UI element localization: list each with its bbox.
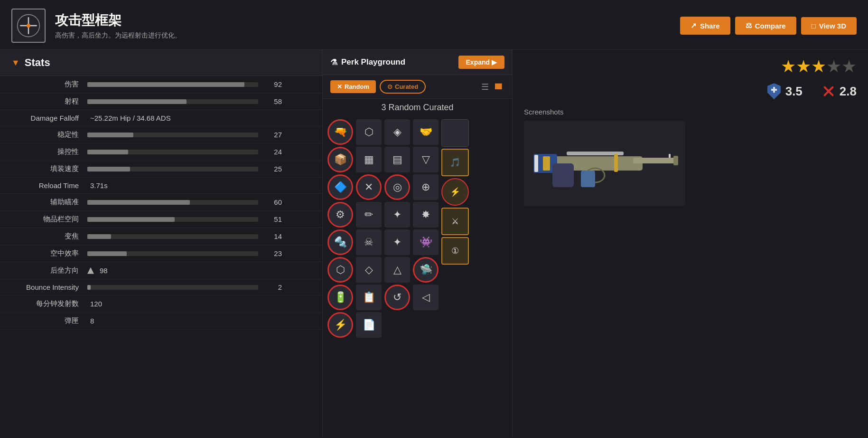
curated-icon: ⊙ bbox=[387, 83, 392, 90]
svg-rect-11 bbox=[614, 154, 618, 172]
perk-cell-1-5[interactable]: 🔩 bbox=[327, 229, 353, 255]
stat-value-damage: 92 bbox=[258, 80, 282, 88]
view3d-icon: □ bbox=[812, 22, 816, 30]
stat-value-range: 58 bbox=[258, 97, 282, 105]
perk-cell-3-3[interactable]: ◎ bbox=[384, 174, 410, 200]
perk-col-2: ⬡ ▦ ✕ ✏ ☠ ◇ 📋 📄 bbox=[356, 119, 382, 338]
weapon-3d-svg bbox=[529, 130, 681, 197]
stat-name-recoil-dir: 后坐方向 bbox=[11, 266, 87, 275]
perk-cell-2-3[interactable]: ✕ bbox=[356, 174, 382, 200]
perk-cell-3-2[interactable]: ▤ bbox=[384, 147, 410, 172]
stat-row-handling: 操控性 24 bbox=[0, 143, 322, 161]
perk-selected-item-1[interactable]: 🎵 bbox=[441, 149, 469, 176]
perk-cell-1-1[interactable]: 🔫 bbox=[327, 119, 353, 145]
perk-cell-4-3[interactable]: ⊕ bbox=[413, 174, 439, 200]
perk-cell-2-8[interactable]: 📄 bbox=[356, 312, 382, 338]
perk-cell-4-1[interactable]: 🤝 bbox=[413, 119, 439, 145]
stat-bar-bounce-intensity bbox=[87, 285, 258, 290]
perk-cell-2-4[interactable]: ✏ bbox=[356, 202, 382, 228]
perk-cell-3-8 bbox=[384, 312, 410, 338]
curated-button[interactable]: ⊙ Curated bbox=[380, 80, 426, 94]
perk-selected-item-4[interactable]: ① bbox=[441, 237, 469, 265]
stat-name-handling: 操控性 bbox=[11, 147, 87, 156]
stat-name-stability: 稳定性 bbox=[11, 130, 87, 139]
stars-row: ★ ★ ★ ★ ★ bbox=[513, 50, 868, 76]
weapon-name: 攻击型框架 bbox=[55, 11, 680, 29]
stat-text-magazine: 8 bbox=[87, 317, 94, 325]
grid-view-icon[interactable]: ⯀ bbox=[493, 80, 504, 94]
view3d-button[interactable]: □ View 3D bbox=[801, 17, 857, 35]
star-4: ★ bbox=[826, 57, 841, 76]
stat-name-magazine: 弹匣 bbox=[11, 316, 87, 325]
perk-cell-1-7[interactable]: 🔋 bbox=[327, 285, 353, 310]
stat-value-reload-speed: 25 bbox=[258, 165, 282, 173]
perk-cell-1-2[interactable]: 📦 bbox=[327, 147, 353, 172]
top-actions: ↗ Share ⚖ Compare □ View 3D bbox=[680, 17, 857, 35]
stat-row-reload-time: Reload Time 3.71s bbox=[0, 178, 322, 194]
svg-rect-5 bbox=[633, 158, 676, 163]
stat-bar-range bbox=[87, 99, 258, 104]
stat-text-damage-falloff: ~25.22m Hip / 34.68 ADS bbox=[87, 114, 171, 122]
perk-cell-1-3[interactable]: 🔷 bbox=[327, 174, 353, 200]
main-content: ▼ Stats 伤害 92 射程 58 Damage Falloff ~25.2… bbox=[0, 50, 868, 438]
stat-row-rpm: 每分钟发射数 120 bbox=[0, 295, 322, 313]
stat-value-aim-assist: 60 bbox=[258, 198, 282, 206]
top-header: 攻击型框架 高伤害，高后坐力。为远程射击进行优化。 ↗ Share ⚖ Comp… bbox=[0, 0, 868, 50]
perk-cell-3-4[interactable]: ✦ bbox=[384, 202, 410, 228]
flask-icon: ⚗ bbox=[330, 57, 337, 67]
stat-row-bounce-intensity: Bounce Intensity 2 bbox=[0, 279, 322, 295]
perk-selected-item-3[interactable]: ⚔ bbox=[441, 208, 469, 235]
perk-cell-1-6[interactable]: ⬡ bbox=[327, 257, 353, 283]
star-5: ★ bbox=[841, 57, 857, 76]
share-button[interactable]: ↗ Share bbox=[680, 17, 730, 35]
stat-text-rpm: 120 bbox=[87, 300, 102, 308]
stat-bar-stability bbox=[87, 133, 258, 137]
perk-cell-1-8[interactable]: ⚡ bbox=[327, 312, 353, 338]
perk-cell-2-5[interactable]: ☠ bbox=[356, 229, 382, 255]
perk-cell-1-4[interactable]: ⚙ bbox=[327, 202, 353, 228]
perk-cell-2-6[interactable]: ◇ bbox=[356, 257, 382, 283]
perk-cell-4-5[interactable]: 👾 bbox=[413, 229, 439, 255]
stat-bar-damage bbox=[87, 82, 258, 87]
perk-col-4: 🤝 ▽ ⊕ ✸ 👾 🛸 ◁ bbox=[413, 119, 439, 338]
stat-name-damage: 伤害 bbox=[11, 80, 87, 89]
list-view-icon[interactable]: ☰ bbox=[480, 80, 490, 94]
perk-cell-3-1[interactable]: ◈ bbox=[384, 119, 410, 145]
perk-cell-4-8 bbox=[413, 312, 439, 338]
recoil-dir-triangle-icon bbox=[87, 267, 94, 274]
perk-grid-container: 🔫 📦 🔷 ⚙ 🔩 ⬡ 🔋 ⚡ ⬡ ▦ ✕ ✏ ☠ ◇ 📋 📄 bbox=[323, 116, 512, 341]
perk-cell-4-7[interactable]: ◁ bbox=[413, 285, 439, 310]
perk-cell-4-2[interactable]: ▽ bbox=[413, 147, 439, 172]
perk-cell-3-7[interactable]: ↺ bbox=[384, 285, 410, 310]
svg-point-3 bbox=[27, 24, 30, 28]
stat-name-reload-time: Reload Time bbox=[11, 181, 87, 190]
stat-name-range: 射程 bbox=[11, 97, 87, 106]
perk-cell-3-6[interactable]: △ bbox=[384, 257, 410, 283]
cross-rating: 2.8 bbox=[821, 82, 857, 100]
perk-cell-3-5[interactable]: ✦ bbox=[384, 229, 410, 255]
perk-view-icons: ☰ ⯀ bbox=[480, 80, 504, 94]
perk-cell-2-1[interactable]: ⬡ bbox=[356, 119, 382, 145]
stat-bar-aim-assist bbox=[87, 200, 258, 205]
expand-button[interactable]: Expand ▶ bbox=[458, 56, 504, 69]
random-button[interactable]: ✕ Random bbox=[330, 80, 376, 93]
svg-rect-6 bbox=[673, 156, 678, 165]
stat-name-rpm: 每分钟发射数 bbox=[11, 299, 87, 308]
compare-button[interactable]: ⚖ Compare bbox=[735, 17, 796, 35]
share-icon: ↗ bbox=[691, 21, 697, 30]
weapon-icon-box bbox=[11, 9, 46, 43]
stats-header: ▼ Stats bbox=[0, 50, 322, 76]
stat-row-reload: 填装速度 25 bbox=[0, 161, 322, 178]
stat-name-aim-assist: 辅助瞄准 bbox=[11, 198, 87, 207]
perk-col-1: 🔫 📦 🔷 ⚙ 🔩 ⬡ 🔋 ⚡ bbox=[327, 119, 353, 338]
perk-cell-2-7[interactable]: 📋 bbox=[356, 285, 382, 310]
perk-cell-2-2[interactable]: ▦ bbox=[356, 147, 382, 172]
perk-selected-item-2[interactable]: ⚡ bbox=[441, 178, 469, 206]
perk-cell-4-4[interactable]: ✸ bbox=[413, 202, 439, 228]
stat-value-zoom: 14 bbox=[258, 232, 282, 240]
ratings-row: 3.5 2.8 bbox=[513, 82, 868, 100]
perk-cell-4-6[interactable]: 🛸 bbox=[413, 257, 439, 283]
stat-bar-zoom bbox=[87, 234, 258, 239]
stat-bar-reload-speed bbox=[87, 167, 258, 171]
stat-name-reload-speed: 填装速度 bbox=[11, 164, 87, 173]
